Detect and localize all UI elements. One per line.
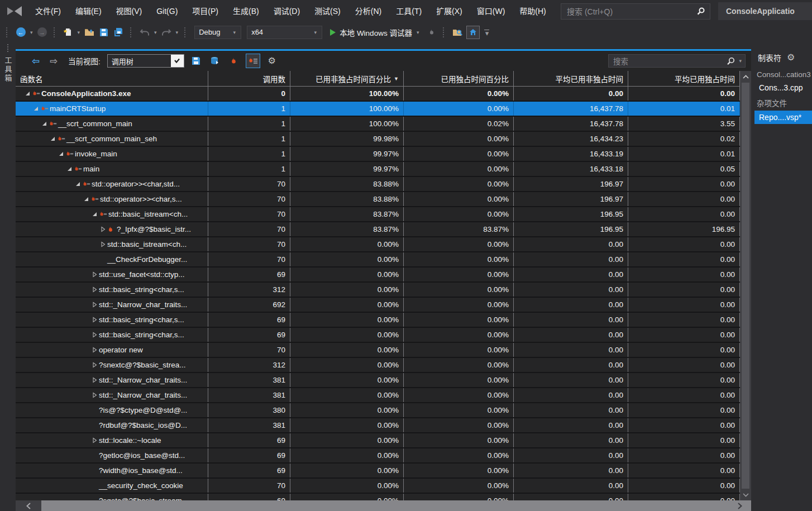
tree-row[interactable]: __CheckForDebugger...700.00%0.00%0.000.0… [16,252,740,268]
view-dropdown[interactable]: 调用树 [107,54,184,68]
toolbar-grip[interactable] [130,27,133,37]
expand-icon[interactable] [90,317,99,323]
expand-icon[interactable] [99,226,107,232]
new-file-button[interactable] [62,26,74,39]
column-header[interactable]: 平均已用独占时间 [628,71,740,86]
settings-gear-button[interactable]: ⚙ [265,54,279,68]
horizontal-scrollbar[interactable] [16,500,751,511]
tree-row[interactable]: ?snextc@?$basic_strea...3120.00%0.00%0.0… [16,358,740,373]
collapse-icon[interactable] [40,121,49,127]
tree-row[interactable]: ?getloc@ios_base@std...690.00%0.00%0.000… [16,448,740,464]
tree-row[interactable]: std::_Narrow_char_traits...6920.00%0.00%… [16,298,740,313]
toolbar-grip[interactable] [184,27,188,37]
save-report-button[interactable] [189,54,203,68]
hot-path-toolbar-button[interactable] [426,26,438,39]
document-tab-item[interactable]: Cons...3.cpp [751,81,812,94]
tree-row[interactable]: std::basic_string<char,s...3120.00%0.00%… [16,283,740,298]
collapse-icon[interactable] [57,151,65,157]
toolbar-grip[interactable] [443,27,446,37]
report-forward-button[interactable]: ⇨ [47,55,60,67]
document-tab-item[interactable]: Repo....vsp* [754,111,812,124]
tree-row[interactable]: main199.97%0.00%16,433.180.05 [16,162,740,177]
search-options-dropdown[interactable]: ▾ [735,58,745,64]
menu-item[interactable]: 编辑(E) [68,0,109,22]
toolbar-grip[interactable] [54,27,57,37]
tree-row[interactable]: std::basic_string<char,s...690.00%0.00%0… [16,328,740,343]
expand-icon[interactable] [90,271,99,278]
redo-button[interactable] [160,26,173,39]
menu-item[interactable]: 项目(P) [185,0,226,22]
expand-icon[interactable] [99,241,107,247]
menu-item[interactable]: 调试(D) [266,0,307,22]
tree-row[interactable]: __scrt_common_main1100.00%0.02%16,437.78… [16,117,740,132]
tree-row[interactable]: ConsoleApplication3.exe0100.00%0.00%0.00… [16,87,740,102]
tree-row[interactable]: operator new700.00%0.00%0.000.00 [16,343,740,358]
toolbar-overflow-button[interactable]: ▾ [482,30,491,35]
collapse-icon[interactable] [74,181,82,187]
tree-row[interactable]: invoke_main199.97%0.00%16,433.190.01 [16,147,740,162]
platform-dropdown[interactable]: x64 ▾ [247,26,322,39]
tree-row[interactable]: std::operator>><char,std...7083.88%0.00%… [16,177,740,192]
navigate-back-button[interactable]: ← [15,26,27,39]
toolbox-tab[interactable]: 工具箱 [3,56,13,83]
collapse-icon[interactable] [82,196,90,202]
tree-row[interactable]: std::basic_istream<ch...700.00%0.00%0.00… [16,237,740,252]
tree-row[interactable]: __security_check_cookie700.00%0.00%0.000… [16,479,740,494]
tree-row[interactable]: ?width@ios_base@std...690.00%0.00%0.000.… [16,464,740,479]
navigate-back-dropdown[interactable]: ▾ [29,30,34,35]
collapse-icon[interactable] [49,136,57,142]
tree-row[interactable]: std::basic_istream<ch...7083.87%0.00%196… [16,207,740,222]
save-button[interactable] [98,26,110,39]
expand-icon[interactable] [90,362,99,368]
open-folder-button[interactable] [83,26,95,39]
tree-row[interactable]: std::use_facet<std::ctyp...690.00%0.00%0… [16,268,740,283]
menu-item[interactable]: 测试(S) [307,0,348,22]
menu-item[interactable]: 生成(B) [226,0,266,22]
menu-item[interactable]: 视图(V) [109,0,150,22]
undo-dropdown[interactable]: ▾ [153,30,158,35]
tree-row[interactable]: std::_Narrow_char_traits...3810.00%0.00%… [16,388,740,403]
start-debugging-button[interactable]: 本地 Windows 调试器 ▾ [326,27,423,38]
configuration-dropdown[interactable]: Debug ▾ [194,26,241,39]
column-header[interactable]: 平均已用非独占时间 [514,71,628,86]
tree-row[interactable]: ?_Ipfx@?$basic_istr...7083.87%83.87%196.… [16,222,740,237]
save-all-button[interactable] [112,26,125,39]
scroll-up-button[interactable] [740,71,751,82]
vertical-scrollbar[interactable] [740,71,751,500]
dropdown-button[interactable] [171,55,184,67]
home-button[interactable] [466,26,480,39]
menu-item[interactable]: 分析(N) [348,0,389,22]
report-search-input[interactable]: 搜索 ▾ [608,54,746,68]
collapse-icon[interactable] [65,166,74,172]
tree-row[interactable]: std::locale::~locale690.00%0.00%0.000.00 [16,433,740,448]
find-in-files-button[interactable] [451,26,464,39]
menu-item[interactable]: 窗口(W) [470,0,513,22]
expand-icon[interactable] [90,332,99,338]
menu-item[interactable]: 扩展(X) [429,0,470,22]
export-report-button[interactable] [208,54,222,68]
column-header[interactable]: 已用非独占时间百分比▼ [290,71,404,86]
expand-icon[interactable] [90,302,99,308]
tabs-panel-gear-icon[interactable]: ⚙ [787,53,795,62]
expand-icon[interactable] [90,377,99,383]
hot-path-toggle-button[interactable] [246,54,260,68]
menu-item[interactable]: 文件(F) [28,0,68,22]
new-file-dropdown[interactable]: ▾ [77,30,82,35]
tree-row[interactable]: ?sgetc@?$basic_stream690.00%0.00%0.000.0… [16,494,740,500]
tree-row[interactable]: ?rdbuf@?$basic_ios@D...3810.00%0.00%0.00… [16,418,740,433]
collapse-icon[interactable] [90,211,99,217]
redo-dropdown[interactable]: ▾ [175,30,180,35]
expand-icon[interactable] [90,286,99,293]
vertical-scroll-thumb[interactable] [742,83,749,489]
column-header[interactable]: 已用独占时间百分比 [404,71,514,86]
report-back-button[interactable]: ⇦ [29,55,42,67]
scroll-right-button[interactable] [738,503,742,509]
expand-icon[interactable] [90,437,99,443]
tree-row[interactable]: mainCRTStartup1100.00%0.00%16,437.780.01 [16,102,740,117]
flame-button[interactable] [227,54,241,68]
tree-row[interactable]: ?is@?$ctype@D@std@...3800.00%0.00%0.000.… [16,403,740,418]
expand-icon[interactable] [90,392,99,398]
tree-row[interactable]: std::_Narrow_char_traits...3810.00%0.00%… [16,373,740,388]
quick-search-input[interactable]: 搜索 (Ctrl+Q) [561,3,710,20]
toolbar-grip[interactable] [6,27,9,37]
